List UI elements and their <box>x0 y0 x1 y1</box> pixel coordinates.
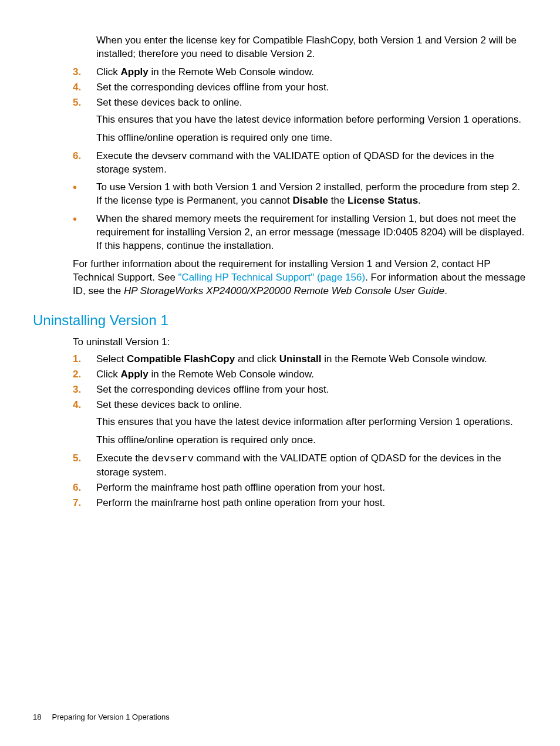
item-text: Set the corresponding devices offline fr… <box>96 81 527 94</box>
item-text: Set the corresponding devices offline fr… <box>96 383 527 397</box>
list-item: • When the shared memory meets the requi… <box>73 212 527 253</box>
item-number: 5. <box>73 96 90 110</box>
item-number: 1. <box>73 353 90 366</box>
item-number: 5. <box>73 452 90 465</box>
item-text: This offline/online operation is require… <box>96 131 527 145</box>
item-text: Click Apply in the Remote Web Console wi… <box>96 368 527 382</box>
list-item: 5. Execute the devserv command with the … <box>73 452 527 480</box>
list-item: 2. Click Apply in the Remote Web Console… <box>73 368 527 382</box>
item-text: Perform the mainframe host path offline … <box>96 481 527 495</box>
paragraph-text: For further information about the requir… <box>73 258 527 298</box>
section-heading: Uninstalling Version 1 <box>33 311 527 330</box>
footer-title: Preparing for Version 1 Operations <box>52 713 169 721</box>
item-text: Set these devices back to online. <box>96 96 527 110</box>
document-page: When you enter the license key for Compa… <box>0 0 560 746</box>
intro-paragraph: When you enter the license key for Compa… <box>96 34 527 61</box>
list-item: 3. Set the corresponding devices offline… <box>73 383 527 397</box>
item-text: Perform the mainframe host path online o… <box>96 497 527 510</box>
item-text: To use Version 1 with both Version 1 and… <box>96 181 527 208</box>
bullet-icon: • <box>73 181 90 194</box>
list-item: 4. Set the corresponding devices offline… <box>73 81 527 94</box>
item-number: 2. <box>73 368 90 382</box>
item-text: Select Compatible FlashCopy and click Un… <box>96 353 527 366</box>
item-number: 7. <box>73 497 90 510</box>
item-number: 6. <box>73 481 90 495</box>
list-item: 3. Click Apply in the Remote Web Console… <box>73 66 527 79</box>
cross-reference-link[interactable]: "Calling HP Technical Support" (page 156… <box>178 272 366 283</box>
ordered-list-2: 1. Select Compatible FlashCopy and click… <box>73 353 527 509</box>
list-item: 6. Perform the mainframe host path offli… <box>73 481 527 495</box>
item-text: This offline/online operation is require… <box>96 434 527 447</box>
list-item: 5. Set these devices back to online. Thi… <box>73 96 527 145</box>
item-text: This ensures that you have the latest de… <box>96 113 527 127</box>
bullet-icon: • <box>73 212 90 225</box>
item-text: Click Apply in the Remote Web Console wi… <box>96 66 527 79</box>
ordered-list-1: 3. Click Apply in the Remote Web Console… <box>73 66 527 253</box>
after-list-paragraph: For further information about the requir… <box>73 258 527 298</box>
item-text: When the shared memory meets the require… <box>96 212 527 253</box>
item-text: Execute the devserv command with the VAL… <box>96 150 527 177</box>
list-item: 1. Select Compatible FlashCopy and click… <box>73 353 527 366</box>
item-number: 4. <box>73 399 90 412</box>
item-text: Execute the devserv command with the VAL… <box>96 452 527 480</box>
list-item: • To use Version 1 with both Version 1 a… <box>73 181 527 208</box>
list-item: 4. Set these devices back to online. Thi… <box>73 399 527 447</box>
list-item: 7. Perform the mainframe host path onlin… <box>73 497 527 510</box>
page-footer: 18Preparing for Version 1 Operations <box>33 712 170 723</box>
item-number: 4. <box>73 81 90 94</box>
sub-intro-paragraph: To uninstall Version 1: <box>73 336 527 349</box>
item-text: This ensures that you have the latest de… <box>96 416 527 429</box>
page-number: 18 <box>33 712 41 723</box>
list-item: 6. Execute the devserv command with the … <box>73 150 527 177</box>
item-number: 3. <box>73 383 90 397</box>
item-number: 6. <box>73 150 90 163</box>
page-content: When you enter the license key for Compa… <box>33 34 527 510</box>
item-number: 3. <box>73 66 90 79</box>
item-text: Set these devices back to online. <box>96 399 527 412</box>
